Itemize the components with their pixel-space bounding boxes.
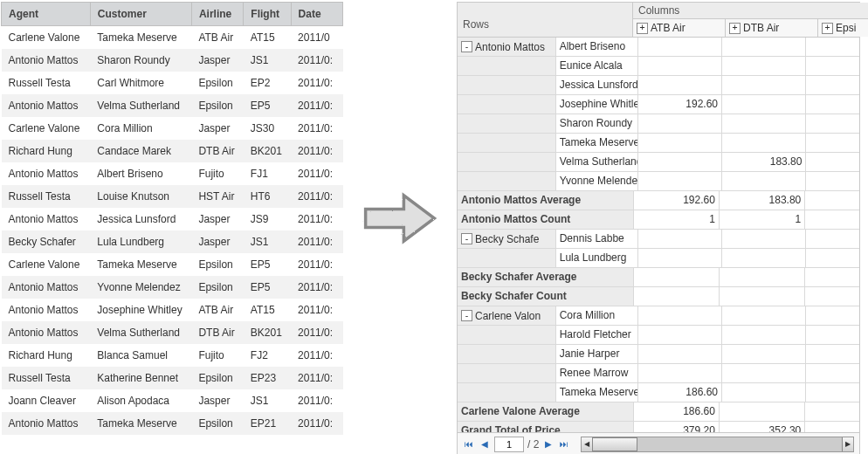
collapse-icon[interactable]: - xyxy=(461,310,472,321)
pivot-row-group[interactable]: - Carlene Valon xyxy=(458,306,556,325)
table-row[interactable]: Russell TestaLouise KnutsonHST AirHT6201… xyxy=(2,185,343,208)
pivot-row[interactable]: Harold Fletcher xyxy=(458,326,859,345)
table-cell: AT15 xyxy=(244,26,291,50)
column-header[interactable]: Airline xyxy=(191,3,243,26)
table-cell: Velma Sutherland xyxy=(90,321,191,344)
table-cell: 2011/0: xyxy=(291,140,342,162)
pivot-value-cell: 183.80 xyxy=(722,153,806,171)
table-row[interactable]: Antonio MattosVelma SutherlandEpsilonEP5… xyxy=(2,94,343,117)
pivot-value-cell xyxy=(638,306,722,325)
scroll-right-button[interactable]: ▶ xyxy=(842,437,853,451)
horizontal-scrollbar[interactable]: ◀ ▶ xyxy=(581,437,854,452)
pivot-row[interactable]: Yvonne Melendez xyxy=(458,172,859,191)
table-cell: Carlene Valone xyxy=(2,26,91,50)
page-input[interactable] xyxy=(494,437,524,452)
pivot-row[interactable]: Jessica Lunsford xyxy=(458,76,859,95)
table-cell: 2011/0: xyxy=(291,208,342,230)
pivot-column-header[interactable]: + Epsi xyxy=(818,18,868,37)
table-cell: EP2 xyxy=(244,72,291,94)
column-header[interactable]: Customer xyxy=(90,3,191,26)
pivot-value-cell xyxy=(638,345,722,363)
pivot-value-cell xyxy=(634,268,720,286)
table-row[interactable]: Becky SchaferLula LundbergJasperJS12011/… xyxy=(2,230,343,253)
pivot-row[interactable]: Eunice Alcala xyxy=(458,57,859,76)
table-cell: Antonio Mattos xyxy=(2,276,91,299)
pivot-value-cell xyxy=(806,364,859,382)
pivot-row[interactable]: Lula Lundberg xyxy=(458,249,859,268)
pivot-row[interactable]: - Carlene ValonCora Million xyxy=(458,306,859,326)
table-cell: Epsilon xyxy=(191,94,243,117)
table-row[interactable]: Russell TestaKatherine BennetEpsilonEP23… xyxy=(2,367,343,389)
column-header[interactable]: Date xyxy=(291,3,342,26)
table-row[interactable]: Richard HungBlanca SamuelFujitoFJ22011/0… xyxy=(2,344,343,367)
table-row[interactable]: Antonio MattosJessica LunsfordJasperJS92… xyxy=(2,208,343,230)
table-cell: Antonio Mattos xyxy=(2,321,91,344)
pivot-row[interactable]: Velma Sutherland183.80 xyxy=(458,153,859,172)
pivot-value-cell xyxy=(806,76,859,94)
rows-axis-label: Rows xyxy=(458,3,632,36)
expand-icon[interactable]: + xyxy=(729,23,741,34)
pivot-row-group[interactable]: - Becky Schafe xyxy=(458,230,556,248)
column-header[interactable]: Flight xyxy=(244,3,291,26)
pivot-column-header[interactable]: + ATB Air xyxy=(633,18,726,37)
first-page-button[interactable]: ⏮ xyxy=(463,438,475,451)
table-cell: FJ1 xyxy=(244,162,291,185)
pivot-value-cell xyxy=(806,383,859,402)
table-cell: Josephine Whitley xyxy=(90,299,191,321)
collapse-icon[interactable]: - xyxy=(461,41,472,52)
pivot-column-header[interactable]: + DTB Air xyxy=(726,18,818,37)
table-cell: ATB Air xyxy=(191,299,243,321)
pivot-row[interactable]: Tameka Meserve xyxy=(458,134,859,153)
pivot-value-cell xyxy=(805,422,859,432)
expand-icon[interactable]: + xyxy=(822,23,833,34)
table-row[interactable]: Antonio MattosAlbert BrisenoFujitoFJ1201… xyxy=(2,162,343,185)
table-row[interactable]: Richard HungCandace MarekDTB AirBK201201… xyxy=(2,140,343,162)
table-row[interactable]: Antonio MattosJosephine WhitleyATB AirAT… xyxy=(2,299,343,321)
pivot-summary-row: Antonio Mattos Count11 xyxy=(458,210,859,230)
transform-arrow xyxy=(343,0,457,437)
pivot-row-group xyxy=(458,345,556,363)
table-cell: 2011/0: xyxy=(291,367,342,389)
table-cell: Blanca Samuel xyxy=(90,344,191,367)
table-row[interactable]: Antonio MattosTameka MeserveEpsilonEP212… xyxy=(2,412,343,435)
pivot-row[interactable]: Renee Marrow xyxy=(458,364,859,383)
table-cell: 2011/0: xyxy=(291,412,342,435)
column-header[interactable]: Agent xyxy=(2,3,91,26)
table-cell: Epsilon xyxy=(191,367,243,389)
table-row[interactable]: Antonio MattosYvonne MelendezEpsilonEP52… xyxy=(2,276,343,299)
pivot-value-cell xyxy=(638,76,722,94)
pivot-row[interactable]: Josephine Whitle192.60 xyxy=(458,95,859,114)
table-cell: Velma Sutherland xyxy=(90,94,191,117)
table-row[interactable]: Carlene ValoneTameka MeserveEpsilonEP520… xyxy=(2,253,343,276)
table-row[interactable]: Russell TestaCarl WhitmoreEpsilonEP22011… xyxy=(2,72,343,94)
table-row[interactable]: Joann CleaverAlison ApodacaJasperJS12011… xyxy=(2,389,343,412)
next-page-button[interactable]: ▶ xyxy=(542,438,555,451)
pivot-row-group xyxy=(458,172,556,190)
pivot-value-cell xyxy=(805,191,859,210)
pivot-value-cell xyxy=(722,95,806,114)
collapse-icon[interactable]: - xyxy=(461,233,472,244)
pivot-value-cell: 186.60 xyxy=(638,383,722,402)
pivot-value-cell xyxy=(638,326,722,344)
pivot-value-cell xyxy=(806,38,859,56)
table-cell: BK201 xyxy=(244,321,291,344)
pivot-row[interactable]: - Antonio MattosAlbert Briseno xyxy=(458,38,859,57)
pivot-row[interactable]: Janie Harper xyxy=(458,345,859,364)
pivot-value-cell: 1 xyxy=(634,210,720,229)
pivot-row[interactable]: - Becky SchafeDennis Labbe xyxy=(458,230,859,249)
table-row[interactable]: Antonio MattosSharon RoundyJasperJS12011… xyxy=(2,49,343,72)
table-row[interactable]: Carlene ValoneCora MillionJasperJS302011… xyxy=(2,117,343,140)
table-row[interactable]: Antonio MattosVelma SutherlandDTB AirBK2… xyxy=(2,321,343,344)
pivot-row[interactable]: Tameka Meserve186.60 xyxy=(458,383,859,402)
table-cell: 2011/0 xyxy=(291,26,342,50)
expand-icon[interactable]: + xyxy=(637,23,648,34)
table-row[interactable]: Carlene ValoneTameka MeserveATB AirAT152… xyxy=(2,26,343,50)
pivot-row-group[interactable]: - Antonio Mattos xyxy=(458,38,556,56)
pivot-row-label: Sharon Roundy xyxy=(556,114,638,133)
pivot-group-label: Antonio Mattos xyxy=(475,41,545,53)
scroll-thumb[interactable] xyxy=(592,437,637,451)
table-cell: Jasper xyxy=(191,49,243,72)
last-page-button[interactable]: ⏭ xyxy=(558,438,570,451)
prev-page-button[interactable]: ◀ xyxy=(479,438,491,451)
pivot-row[interactable]: Sharon Roundy xyxy=(458,114,859,134)
